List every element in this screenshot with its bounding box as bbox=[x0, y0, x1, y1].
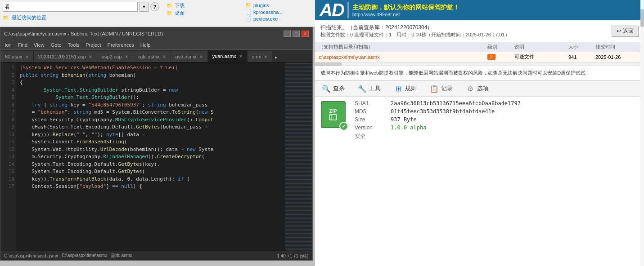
minimize-button[interactable]: — bbox=[284, 31, 291, 37]
list-item[interactable]: 📁 下载 bbox=[164, 2, 239, 9]
size-row: Size 937 Byte bbox=[355, 116, 640, 123]
safe-value bbox=[391, 133, 640, 140]
table-header: （支持拖拽目录和扫描） 级别 说明 大小 修改时间 bbox=[315, 42, 644, 52]
scan-title: 扫描结束。（当前查杀库：20241220070304） bbox=[320, 24, 510, 31]
vertical-scrollbar[interactable] bbox=[640, 97, 644, 266]
divider bbox=[347, 2, 349, 18]
menu-view[interactable]: View bbox=[31, 41, 47, 49]
size-label: Size bbox=[355, 116, 391, 123]
zip-check-icon: ✓ bbox=[339, 122, 348, 131]
folder-icon: 📁 bbox=[167, 10, 173, 16]
menu-project[interactable]: Project bbox=[83, 41, 104, 49]
col-level: 级别 bbox=[487, 44, 514, 50]
row-date: 2025-01-26 bbox=[595, 54, 640, 60]
tab-close-icon[interactable]: ✕ bbox=[199, 54, 203, 59]
tab-asp2[interactable]: asp2.asp ✕ bbox=[97, 51, 133, 62]
scan-icon: 🔍 bbox=[321, 84, 331, 93]
zip-icon: ZIP ✓ bbox=[321, 101, 346, 128]
folder-icon: 📁 bbox=[167, 3, 173, 9]
md5-label: MD5 bbox=[355, 108, 391, 115]
row-level: 2 bbox=[487, 54, 514, 60]
options-label: 选项 bbox=[477, 84, 489, 93]
toolbar-records-btn[interactable]: 📋 记录 bbox=[427, 83, 455, 94]
folder-icon: 📁 bbox=[245, 2, 252, 8]
tab-close-icon[interactable]: ✕ bbox=[239, 54, 243, 59]
code-editor[interactable]: [System.Web.Services.WebMethod(EnableSes… bbox=[16, 62, 285, 251]
tab-close-icon[interactable]: ✕ bbox=[125, 54, 128, 59]
list-item[interactable]: 📁 plugins bbox=[243, 2, 313, 9]
list-item[interactable]: 📁 桌面 bbox=[164, 9, 239, 17]
tab-20241112[interactable]: 20241112032151.asp ✕ bbox=[34, 51, 97, 62]
scan-result-panel: 扫描结束。（当前查杀库：20241220070304） 检测文件数：0 发现可疑… bbox=[315, 20, 644, 42]
tab-yuan[interactable]: yuan.asmx ✕ bbox=[208, 50, 248, 62]
list-item[interactable]: 📄 kprocessha... bbox=[243, 9, 313, 15]
menu-help[interactable]: Help bbox=[138, 41, 153, 49]
menu-find[interactable]: Find bbox=[15, 41, 30, 49]
file-list-panel2: 📁 plugins 📄 kprocessha... 📄 peview.exe bbox=[241, 0, 315, 27]
sha1-value: 2aa96c36813cb53136715eea6fcb0aa8ba4e1797 bbox=[391, 100, 640, 106]
bottom-toolbar: 🔍 查杀 🔧 工具 ⊞ 规则 📋 记录 ⚙ 选项 bbox=[315, 80, 644, 97]
toolbar-rules-btn[interactable]: ⊞ 规则 bbox=[391, 83, 419, 94]
maximize-button[interactable]: □ bbox=[293, 31, 300, 37]
file-icon: 📄 bbox=[245, 9, 252, 15]
banner-slogan: 主动防御，默认为你的网站保驾护航！ http://www.d99net.net bbox=[352, 4, 459, 17]
editor-title: C:\asp\aspx\time\yuan.asmx - Sublime Tex… bbox=[4, 31, 284, 36]
banner: AD 主动防御，默认为你的网站保驾护航！ http://www.d99net.n… bbox=[315, 0, 644, 20]
menu-preferences[interactable]: Preferences bbox=[105, 41, 137, 49]
scan-info: 扫描结束。（当前查杀库：20241220070304） 检测文件数：0 发现可疑… bbox=[320, 24, 510, 38]
tab-close-icon[interactable]: ✕ bbox=[162, 54, 166, 59]
tab-label: 20241112032151.asp bbox=[38, 54, 86, 59]
tab-close-icon[interactable]: ✕ bbox=[89, 54, 92, 59]
back-button[interactable]: ↩ 返回 bbox=[612, 26, 639, 37]
tab-asd[interactable]: asd.asmx ✕ bbox=[171, 51, 208, 62]
search-dropdown[interactable]: ▼ bbox=[140, 2, 149, 12]
records-label: 记录 bbox=[441, 84, 453, 93]
editor-menubar: ion Find View Goto Tools Project Prefere… bbox=[0, 40, 312, 50]
tab-smx[interactable]: smx ✕ bbox=[248, 51, 272, 62]
rules-label: 规则 bbox=[405, 84, 417, 93]
tab-close-icon[interactable]: ✕ bbox=[25, 54, 29, 59]
records-icon: 📋 bbox=[429, 84, 439, 93]
back-label: 返回 bbox=[623, 27, 634, 35]
file-label: 下载 bbox=[175, 2, 185, 9]
scan-label: 查杀 bbox=[333, 84, 345, 93]
help-button[interactable]: ? bbox=[150, 2, 159, 11]
cursor-position: 1 40 +1 71 @@ bbox=[277, 253, 309, 258]
tab-more-icon[interactable]: ▸ bbox=[272, 53, 280, 62]
tab-label: asp2.asp bbox=[102, 54, 122, 59]
list-item[interactable]: 📄 peview.exe bbox=[243, 15, 313, 22]
folder-icon: 📁 bbox=[3, 15, 9, 21]
tab-60aspx[interactable]: 60.aspx ✕ bbox=[0, 51, 34, 62]
horizontal-scrollbar[interactable] bbox=[315, 62, 644, 66]
svg-rect-0 bbox=[329, 115, 337, 120]
search-input[interactable] bbox=[3, 2, 138, 12]
file-properties: SHA1 2aa96c36813cb53136715eea6fcb0aa8ba4… bbox=[351, 97, 644, 266]
toolbar-tools-btn[interactable]: 🔧 工具 bbox=[355, 83, 383, 94]
md5-value: 01f45feec3b53d3538f9bf4abfdae41e bbox=[391, 108, 640, 115]
tab-calc[interactable]: calc.asmx ✕ bbox=[133, 51, 171, 62]
row-path: c:\asp\aspx\time\yuan.asmx bbox=[319, 54, 487, 60]
close-button[interactable]: ✕ bbox=[302, 31, 309, 37]
recent-label[interactable]: 最近访问的位置 bbox=[12, 14, 46, 21]
editor-titlebar: C:\asp\aspx\time\yuan.asmx - Sublime Tex… bbox=[0, 27, 312, 40]
menu-tools[interactable]: Tools bbox=[65, 41, 82, 49]
zip-label: ZIP bbox=[329, 108, 337, 114]
menu-goto[interactable]: Goto bbox=[48, 41, 64, 49]
menu-ion[interactable]: ion bbox=[2, 41, 14, 49]
toolbar-scan-btn[interactable]: 🔍 查杀 bbox=[319, 83, 347, 94]
search-bar: ▼ ? bbox=[0, 0, 162, 13]
back-icon: ↩ bbox=[617, 28, 621, 34]
file-icon-area: ZIP ✓ bbox=[315, 97, 351, 266]
editor-content: 12345 678910 1112131415 1617 [System.Web… bbox=[0, 62, 312, 251]
tab-label: smx bbox=[252, 54, 261, 59]
warning-content: 成脚本行为防御引擎和web防提权引擎，能降低因网站漏洞而被提权的风险，如查杀无法… bbox=[320, 70, 590, 75]
scroll-thumb[interactable] bbox=[315, 62, 342, 66]
recent-row: 📁 最近访问的位置 bbox=[0, 13, 162, 22]
file-list-panel: 📁 下载 📁 桌面 bbox=[162, 0, 241, 27]
line-numbers: 12345 678910 1112131415 1617 bbox=[0, 62, 16, 251]
toolbar-options-btn[interactable]: ⚙ 选项 bbox=[463, 83, 491, 94]
file-label: kprocessha... bbox=[253, 9, 283, 15]
rules-icon: ⊞ bbox=[393, 84, 403, 93]
tab-close-icon[interactable]: ✕ bbox=[264, 54, 267, 59]
table-row[interactable]: c:\asp\aspx\time\yuan.asmx 2 可疑文件 941 20… bbox=[315, 52, 644, 62]
